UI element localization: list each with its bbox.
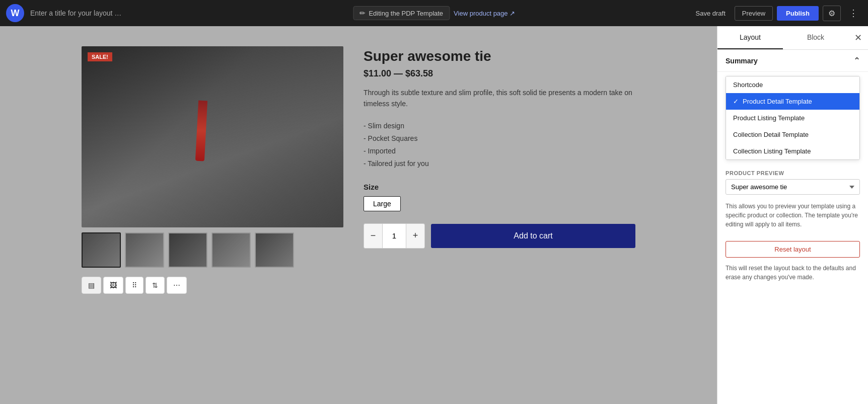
more-icon: ⋯ [173,281,180,289]
view-product-link[interactable]: View product page ↗ [454,10,515,17]
option-product-listing[interactable]: Product Listing Template [726,110,859,126]
reset-layout-button[interactable]: Reset layout [726,241,860,258]
image-toolbar: ▤ 🖼 ⠿ ⇅ ⋯ [82,277,343,294]
toolbar-arrange-btn[interactable]: ⇅ [146,277,165,294]
preview-hint-text: This allows you to preview your template… [717,199,868,237]
check-icon: ✓ [733,98,739,105]
product-name: Super awesome tie [364,48,635,64]
product-price: $11.00 — $63.58 [364,68,635,79]
product-listing-option-label: Product Listing Template [733,114,805,122]
product-features: - Slim design- Pocket Squares- Imported-… [364,120,635,171]
product-preview-select[interactable]: Super awesome tie [726,179,860,195]
product-preview-label: PRODUCT PREVIEW [717,164,868,179]
product-container: SALE! [82,46,635,294]
collection-detail-option-label: Collection Detail Template [733,131,809,138]
thumbnail-5[interactable] [255,232,294,268]
product-description: Through its subtle texture and slim prof… [364,87,635,110]
template-type-dropdown: Shortcode ✓ Product Detail Template Prod… [726,76,860,160]
thumb-image-5 [256,233,293,267]
external-link-icon: ↗ [510,10,515,17]
option-shortcode[interactable]: Shortcode [726,76,859,93]
option-collection-listing[interactable]: Collection Listing Template [726,143,859,159]
layout-icon: ▤ [88,281,95,289]
publish-button[interactable]: Publish [777,6,819,21]
reset-hint-text: This will reset the layout back to the d… [717,261,868,290]
main-image-bg [82,46,343,227]
save-draft-button[interactable]: Save draft [691,7,731,20]
arrange-icon: ⇅ [152,281,158,289]
toolbar-layout-btn[interactable]: ▤ [82,277,101,294]
topbar-right: Save draft Preview Publish ⚙ ⋮ [691,6,862,21]
product-detail-option-label: Product Detail Template [743,98,812,105]
thumb-image-4 [212,233,250,267]
quantity-decrease-button[interactable]: − [364,224,382,248]
summary-header: Summary ⌃ [717,50,868,72]
editing-badge: ✏ Editing the PDP Template [353,6,450,20]
summary-label: Summary [726,57,758,65]
add-to-cart-row: − + Add to cart [364,223,635,249]
shortcode-option-label: Shortcode [733,81,763,89]
toolbar-grid-btn[interactable]: ⠿ [125,277,143,294]
summary-chevron-icon[interactable]: ⌃ [853,56,860,65]
main-product-image: SALE! [82,46,343,227]
thumbnail-row [82,232,343,268]
quantity-input[interactable] [382,224,406,248]
editing-label: Editing the PDP Template [369,10,443,17]
toolbar-more-btn[interactable]: ⋯ [167,277,187,294]
canvas-area: SALE! [0,26,717,404]
topbar-left: W [6,4,181,22]
settings-button[interactable]: ⚙ [823,6,841,21]
panel-close-button[interactable]: ✕ [848,26,868,49]
thumbnail-4[interactable] [211,232,251,268]
pencil-icon: ✏ [359,9,366,17]
image-icon: 🖼 [110,281,117,289]
quantity-increase-button[interactable]: + [406,224,424,248]
sale-badge: SALE! [88,52,112,61]
thumbnail-3[interactable] [168,232,207,268]
collection-listing-option-label: Collection Listing Template [733,147,811,155]
size-label: Size [364,183,635,191]
figure-overlay [82,46,343,227]
quantity-controls: − + [364,223,425,249]
option-product-detail[interactable]: ✓ Product Detail Template [726,93,859,110]
thumb-image-3 [169,233,206,267]
more-options-button[interactable]: ⋮ [845,6,862,21]
thumbnail-1[interactable] [82,232,121,268]
thumb-image-2 [126,233,163,267]
preview-button[interactable]: Preview [735,6,773,21]
thumbnail-2[interactable] [125,232,164,268]
product-info: Super awesome tie $11.00 — $63.58 Throug… [364,46,635,294]
topbar: W ✏ Editing the PDP Template View produc… [0,0,868,26]
wp-logo-icon[interactable]: W [6,4,24,22]
tab-layout[interactable]: Layout [717,26,783,49]
main-layout: SALE! [0,26,868,404]
topbar-center: ✏ Editing the PDP Template View product … [353,6,515,20]
right-panel: Layout Block ✕ Summary ⌃ Shortcode ✓ Pro… [717,26,868,404]
product-images: SALE! [82,46,343,294]
size-large-button[interactable]: Large [364,196,401,211]
tab-block[interactable]: Block [783,26,848,49]
panel-tabs: Layout Block ✕ [717,26,868,50]
title-input[interactable] [30,9,181,17]
thumb-image-1 [83,233,120,267]
toolbar-image-btn[interactable]: 🖼 [103,277,123,294]
grid-icon: ⠿ [132,281,137,289]
layout-title-area[interactable] [30,9,181,18]
add-to-cart-button[interactable]: Add to cart [431,224,635,248]
option-collection-detail[interactable]: Collection Detail Template [726,126,859,143]
